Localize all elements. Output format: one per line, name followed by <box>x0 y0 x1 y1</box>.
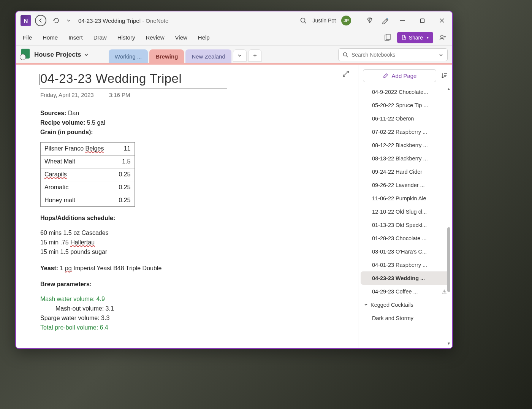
svg-point-1 <box>387 18 388 19</box>
search-icon[interactable] <box>298 15 309 26</box>
page-list-item[interactable]: 04-9-2022 Chocolate... <box>358 85 452 98</box>
notebook-picker[interactable]: House Projects <box>34 51 89 59</box>
svg-rect-4 <box>386 34 390 40</box>
page-list-item[interactable]: Dark and Stormy <box>358 311 452 325</box>
notebook-icon[interactable] <box>21 49 30 59</box>
svg-rect-2 <box>420 19 424 22</box>
scroll-thumb[interactable] <box>447 227 450 292</box>
table-row: Honey malt0.25 <box>41 194 135 207</box>
page-list-scrollbar[interactable]: ▲ ▼ <box>446 87 451 347</box>
page-date: Friday, April 21, 2023 <box>40 92 94 98</box>
search-icon <box>342 52 348 58</box>
menu-history[interactable]: History <box>117 34 135 41</box>
page-list-item[interactable]: 04-29-23 Coffee ...⚠ <box>358 285 452 298</box>
svg-point-6 <box>344 53 347 56</box>
page-list-item[interactable]: 12-10-22 Old Slug cl... <box>358 205 452 218</box>
pen-icon[interactable] <box>379 15 391 26</box>
page-list-item[interactable]: 01-13-23 Old Speckl... <box>358 218 452 231</box>
menu-help[interactable]: Help <box>198 34 210 41</box>
table-row: Wheat Malt1.5 <box>41 155 135 168</box>
page-list-item[interactable]: 08-13-22 Blackberry ... <box>358 152 452 165</box>
diamond-icon[interactable] <box>364 15 375 26</box>
chevron-down-icon <box>84 52 89 57</box>
menu-view[interactable]: View <box>175 34 187 41</box>
sort-icon[interactable] <box>441 72 448 79</box>
add-section-button[interactable]: ＋ <box>248 49 262 62</box>
chevron-down-icon <box>439 52 443 57</box>
share-button[interactable]: Share▾ <box>397 32 433 43</box>
scroll-up-arrow[interactable]: ▲ <box>446 87 451 92</box>
onenote-app-icon: N <box>21 15 31 26</box>
menubar: File Home Insert Draw History Review Vie… <box>16 30 452 46</box>
feed-icon[interactable] <box>382 32 393 43</box>
titlebar: N 04-23-23 Wedding Tripel - OneNote Just… <box>16 11 452 30</box>
page-list-item[interactable]: 08-12-22 Blackberry ... <box>358 138 452 152</box>
section-tab-newzealand[interactable]: New Zealand <box>185 49 231 63</box>
page-list-item[interactable]: 04-23-23 Wedding ... <box>361 271 450 285</box>
section-tab-working[interactable]: Working ... <box>109 49 148 63</box>
section-tab-brewing[interactable]: Brewing <box>149 49 184 63</box>
page-time: 3:16 PM <box>109 92 130 98</box>
menu-review[interactable]: Review <box>146 34 164 41</box>
page-list-item[interactable]: 03-01-23 O'Hara's C... <box>358 245 452 258</box>
page-group[interactable]: Kegged Cocktails <box>358 298 452 311</box>
menu-file[interactable]: File <box>23 34 32 41</box>
table-row: Carapils0.25 <box>41 168 135 181</box>
add-page-button[interactable]: Add Page <box>363 69 436 82</box>
table-row: Aromatic0.25 <box>41 181 135 194</box>
undo-button[interactable] <box>50 15 62 26</box>
page-list-item[interactable]: 01-28-23 Chocolate ... <box>358 231 452 245</box>
menu-draw[interactable]: Draw <box>93 34 107 41</box>
maximize-button[interactable] <box>414 13 430 29</box>
page-list-panel: Add Page 04-9-2022 Chocolate...05-20-22 … <box>358 65 452 348</box>
svg-point-5 <box>441 35 443 38</box>
table-row: Pilsner Franco Belges11 <box>41 143 135 155</box>
presence-icon[interactable] <box>437 32 448 43</box>
chevron-down-icon <box>364 303 368 307</box>
close-button[interactable] <box>434 13 450 29</box>
grain-table: Pilsner Franco Belges11 Wheat Malt1.5 Ca… <box>40 142 135 207</box>
edit-icon <box>383 73 389 79</box>
search-notebooks[interactable]: Search Notebooks <box>338 48 448 61</box>
minimize-button[interactable] <box>394 13 410 29</box>
page-list-item[interactable]: 06-11-22 Oberon <box>358 112 452 125</box>
page-list-item[interactable]: 09-26-22 Lavender ... <box>358 178 452 192</box>
menu-insert[interactable]: Insert <box>68 34 83 41</box>
page-title[interactable]: 04-23-23 Wedding Tripel <box>40 71 227 89</box>
user-avatar[interactable]: JP <box>341 16 351 25</box>
page-list-item[interactable]: 04-01-23 Raspberry ... <box>358 258 452 271</box>
notebook-bar: House Projects Working ... Brewing New Z… <box>16 46 452 65</box>
page-body[interactable]: Sources: Dan Recipe volume: 5.5 gal Grai… <box>40 109 349 332</box>
page-canvas[interactable]: 04-23-23 Wedding Tripel Friday, April 21… <box>16 65 358 348</box>
onenote-window: N 04-23-23 Wedding Tripel - OneNote Just… <box>15 11 453 349</box>
expand-icon[interactable] <box>342 70 350 78</box>
page-list-item[interactable]: 09-24-22 Hard Cider <box>358 165 452 178</box>
section-tabs: Working ... Brewing New Zealand ＋ <box>109 49 262 63</box>
user-name[interactable]: Justin Pot <box>313 17 336 24</box>
section-dropdown[interactable] <box>233 49 247 62</box>
scroll-down-arrow[interactable]: ▼ <box>446 341 451 347</box>
page-list-item[interactable]: 11-06-22 Pumpkin Ale <box>358 192 452 205</box>
svg-point-0 <box>301 18 305 22</box>
qat-dropdown[interactable] <box>65 15 72 26</box>
menu-home[interactable]: Home <box>43 34 58 41</box>
page-list-item[interactable]: 07-02-22 Raspberry ... <box>358 125 452 138</box>
search-placeholder: Search Notebooks <box>352 52 395 58</box>
page-list-item[interactable]: 05-20-22 Spruce Tip ... <box>358 98 452 112</box>
back-button[interactable] <box>35 15 46 26</box>
window-title: 04-23-23 Wedding Tripel - OneNote <box>76 17 168 24</box>
